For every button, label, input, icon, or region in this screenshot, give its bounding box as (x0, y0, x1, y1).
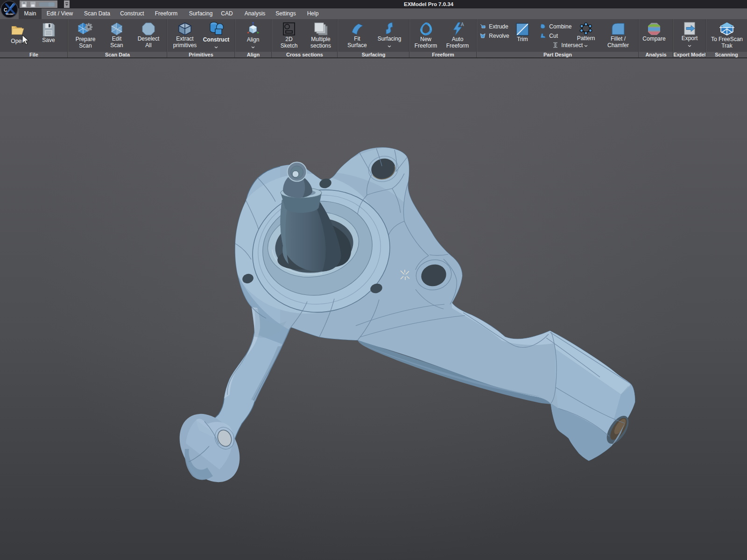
svg-text:C: C (4, 7, 7, 13)
svg-text:Model: Model (6, 13, 14, 15)
svg-text:A: A (461, 22, 464, 27)
